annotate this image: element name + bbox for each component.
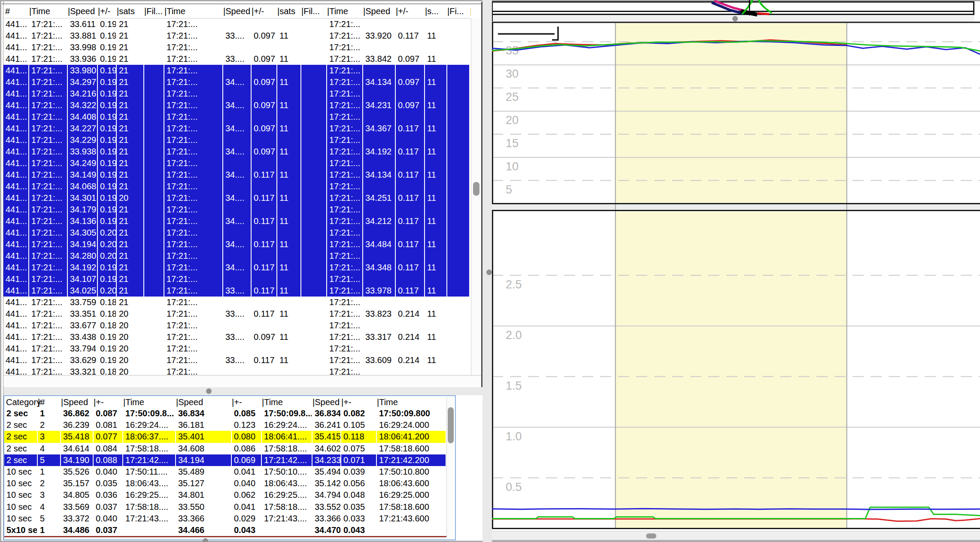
main-table-row[interactable]: 441...17:21:...34.1490.1922117:21:...34.… (3, 169, 471, 181)
results-table-row[interactable]: 2 sec236.2390.08116:29:24....36.1810.123… (4, 419, 446, 431)
main-table-row[interactable]: 441...17:21:...34.3010.1922017:21:...34.… (3, 192, 471, 204)
main-table-vscrollbar[interactable] (471, 18, 482, 375)
cell: 21 (117, 134, 144, 146)
results-table-row[interactable]: 10 sec334.8050.03616:29:25....34.8010.06… (4, 489, 446, 501)
results-table-row[interactable]: 2 sec335.4180.07718:06:37....35.4010.080… (4, 431, 446, 442)
main-table-row[interactable]: 441...17:21:...33.6290.1962017:21:...33.… (3, 354, 471, 366)
cell (277, 18, 301, 30)
cell: 17:21:... (29, 146, 68, 157)
cell: 16:29:24.000 (377, 419, 446, 431)
results-column-header: |Speed (61, 397, 88, 408)
cell: 5x10 sec (4, 524, 38, 536)
cell: 34.614 (61, 443, 94, 454)
main-table-row[interactable]: 441...17:21:...34.2160.1942117:21:...17:… (3, 88, 471, 100)
main-table-row[interactable]: 441...17:21:...34.2270.1942117:21:...34.… (3, 123, 471, 134)
results-column-header: Category (6, 397, 41, 408)
main-table-row[interactable]: 441...17:21:...34.1790.1942117:21:...17:… (3, 204, 471, 215)
main-table-row[interactable]: 441...17:21:...34.2800.2022117:21:...17:… (3, 250, 471, 262)
results-vscrollbar[interactable] (446, 397, 455, 537)
cell (425, 343, 447, 354)
main-column-header: |s... (425, 5, 439, 18)
vertical-splitter-handle-icon[interactable] (486, 269, 492, 275)
cell: 17:21:... (164, 331, 223, 343)
main-table[interactable]: 441...17:21:...33.6110.1962117:21:...17:… (3, 18, 471, 375)
main-table-row[interactable]: 441...17:21:...34.0250.2002117:21:...33.… (3, 285, 471, 297)
results-vscroll-thumb[interactable] (448, 407, 454, 443)
results-table-row[interactable]: 5x10 sec134.4860.03734.4660.04334.4700.0… (4, 524, 446, 536)
cell: 11 (425, 285, 447, 297)
charts[interactable]: 35302520151052.52.01.51.00.5 (492, 0, 980, 542)
main-table-row[interactable]: 441...17:21:...33.4380.1942017:21:...33.… (3, 331, 471, 343)
main-column-header: |Time (29, 5, 50, 18)
main-table-row[interactable]: 441...17:21:...34.4080.1942117:21:...17:… (3, 111, 471, 123)
main-table-row[interactable]: 441...17:21:...33.6110.1962117:21:...17:… (3, 18, 471, 30)
cell: 11 (425, 123, 447, 134)
main-table-row[interactable]: 441...17:21:...34.2290.1962117:21:...17:… (3, 134, 471, 146)
results-table-row[interactable]: 2 sec434.6140.08417:58:18....34.6080.086… (4, 443, 446, 454)
cell: 441... (3, 320, 29, 331)
main-table-row[interactable]: 441...17:21:...33.9360.1982117:21:...33.… (3, 53, 471, 65)
cell: 0.214 (396, 354, 425, 366)
results-table-row[interactable]: 2 sec534.1900.08817:21:42....34.1940.069… (4, 454, 446, 466)
splitter-handle-icon[interactable] (206, 388, 212, 394)
main-table-row[interactable]: 441...17:21:...34.3220.1942117:21:...34.… (3, 100, 471, 111)
cell: 0.097 (252, 53, 277, 65)
cell: 17:21:... (29, 123, 68, 134)
cell: 0.200 (98, 285, 117, 297)
chart-hscrollbar[interactable] (492, 531, 980, 541)
main-table-row[interactable]: 441...17:21:...33.7590.1892117:21:...17:… (3, 297, 471, 308)
main-table-row[interactable]: 441...17:21:...34.2970.1982117:21:...34.… (3, 76, 471, 88)
main-table-row[interactable]: 441...17:21:...34.1360.1982117:21:...34.… (3, 215, 471, 227)
cell: 0.117 (396, 123, 425, 134)
bottom-splitter-handle-icon[interactable] (203, 538, 208, 542)
cell: 441... (3, 343, 29, 354)
partial-next-row (4, 536, 446, 537)
results-table[interactable]: 2 sec136.8620.08717:50:09.8...36.8340.08… (4, 408, 446, 537)
cell (144, 204, 164, 215)
cell (396, 42, 425, 53)
main-table-row[interactable]: 441...17:21:...33.9980.1982117:21:...17:… (3, 42, 471, 53)
main-table-row[interactable]: 441...17:21:...33.3210.1892017:21:...17:… (3, 366, 471, 375)
results-table-row[interactable]: 2 sec136.8620.08717:50:09.8...36.8340.08… (4, 408, 446, 419)
main-table-row[interactable]: 441...17:21:...33.7940.1942017:21:...17:… (3, 343, 471, 354)
cell: 441... (3, 157, 29, 169)
cell: 34.194 (176, 454, 232, 466)
main-table-row[interactable]: 441...17:21:...34.0680.1922117:21:...17:… (3, 181, 471, 192)
cell (425, 366, 447, 375)
main-table-row[interactable]: 441...17:21:...34.2490.1942117:21:...17:… (3, 157, 471, 169)
main-table-row[interactable]: 441...17:21:...33.9800.1982117:21:...17:… (3, 65, 471, 76)
horizontal-splitter[interactable] (3, 387, 482, 395)
cell: 16:29:25.000 (377, 489, 446, 501)
cell: 2 (38, 478, 61, 489)
main-table-row[interactable]: 441...17:21:...33.9380.1962117:21:...34.… (3, 146, 471, 157)
main-table-row[interactable]: 441...17:21:...33.8810.1962117:21:...33.… (3, 30, 471, 42)
cell: 34.134 (363, 169, 396, 181)
cell: 34.194 (68, 239, 98, 250)
main-table-row[interactable]: 441...17:21:...34.1940.2042117:21:...34.… (3, 239, 471, 250)
vertical-splitter[interactable] (482, 0, 492, 542)
results-table-row[interactable]: 10 sec235.1570.03518:06:43....35.1270.04… (4, 478, 446, 489)
main-table-row[interactable]: 441...17:21:...33.3510.1872017:21:...33.… (3, 308, 471, 320)
main-table-row[interactable]: 441...17:21:...33.6770.1892017:21:...17:… (3, 320, 471, 331)
cell: 0.041 (232, 501, 262, 513)
cell: 34.805 (61, 489, 94, 501)
cell (363, 343, 396, 354)
main-table-row[interactable]: 441...17:21:...34.1920.1982117:21:...34.… (3, 262, 471, 273)
results-table-row[interactable]: 10 sec533.3720.04017:21:43....33.3660.02… (4, 513, 446, 524)
main-table-row[interactable]: 441...17:21:...34.1070.1942117:21:...17:… (3, 273, 471, 285)
cell: 33.... (223, 308, 252, 320)
main-table-hscrollbar[interactable] (3, 375, 481, 387)
results-table-row[interactable]: 10 sec433.5690.03717:58:18....33.5500.04… (4, 501, 446, 513)
chart-hscroll-thumb[interactable] (646, 533, 656, 539)
main-table-row[interactable]: 441...17:21:...34.3050.2022117:21:...17:… (3, 227, 471, 239)
cell: 441... (3, 354, 29, 366)
cell (377, 524, 446, 536)
main-table-vscroll-thumb[interactable] (473, 182, 479, 196)
cell (301, 53, 327, 65)
cell: 0.097 (252, 100, 277, 111)
cell: 34.192 (68, 262, 98, 273)
cell: 17:21:... (327, 134, 363, 146)
cell: 0.198 (98, 53, 117, 65)
cell (396, 343, 425, 354)
results-table-row[interactable]: 10 sec135.5260.04017:50:11....35.4890.04… (4, 466, 446, 478)
